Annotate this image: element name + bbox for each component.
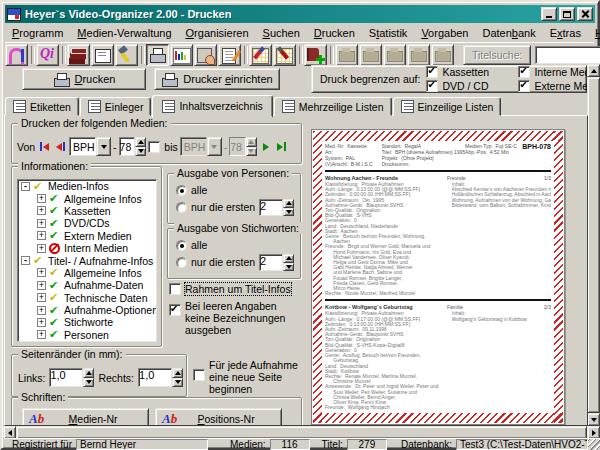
menu-item[interactable]: Extras	[543, 26, 588, 40]
personen-ersten-radio[interactable]: nur die ersten	[176, 201, 255, 213]
tree-item-intern-medien[interactable]: Intern Medien	[18, 242, 156, 254]
tree-state-icon[interactable]	[49, 329, 62, 340]
title-bar[interactable]: Heyer`s Video-Organizer 2.00 - Drucken	[5, 5, 595, 23]
tree-item-allgemeine-infos[interactable]: Allgemeine Infos	[18, 192, 156, 204]
menu-item[interactable]: Medien-Verwaltung	[70, 26, 178, 40]
checkbox-kassetten[interactable]: Kassetten	[426, 66, 514, 79]
media-archive-icon[interactable]	[67, 44, 90, 66]
personen-alle-radio[interactable]: alle	[176, 184, 207, 196]
menu-item[interactable]: Statistik	[362, 26, 415, 40]
dropdown-arrow-icon[interactable]	[96, 137, 111, 156]
tree-item-aufnahme-optionen[interactable]: Aufnahme-Optionen	[18, 304, 156, 316]
tree-state-icon[interactable]	[49, 292, 62, 303]
minimize-button[interactable]	[541, 7, 557, 21]
stichworte-alle-radio[interactable]: alle	[176, 239, 207, 251]
tree-state-icon[interactable]	[49, 280, 62, 291]
quick-info-icon[interactable]	[36, 44, 59, 66]
checkbox-icon[interactable]	[426, 66, 438, 78]
tab-mehrzeilige-listen[interactable]: Mehrzeilige Listen	[274, 97, 392, 116]
tree-expander-icon[interactable]	[37, 330, 46, 339]
tree-state-icon[interactable]	[49, 243, 62, 254]
database-add-icon[interactable]	[304, 44, 327, 66]
last-media-button[interactable]	[275, 140, 289, 153]
medien-nr-font-button[interactable]: Ab Medien-Nr	[22, 408, 149, 426]
checkbox-dvd-cd[interactable]: DVD / CD	[426, 80, 514, 93]
rahmen-checkbox[interactable]: Rahmen um Titel-Infos	[169, 283, 300, 295]
protocol-icon[interactable]	[218, 44, 241, 66]
tree-expander-icon[interactable]	[21, 256, 30, 265]
tree-item-kassetten[interactable]: Kassetten	[18, 205, 156, 217]
links-margin-spinner[interactable]: 1,0	[49, 368, 94, 387]
stichworte-ersten-radio[interactable]: nur die ersten	[176, 256, 255, 268]
tree-item-titel-aufnahme-infos[interactable]: Titel- / Aufnahme-Infos	[18, 254, 156, 266]
menu-item[interactable]: Suchen	[256, 26, 307, 40]
tree-item-personen[interactable]: Personen	[18, 329, 156, 341]
menu-item[interactable]: Organisieren	[179, 26, 256, 40]
next-media-button[interactable]	[259, 140, 273, 153]
neue-seite-checkbox[interactable]: Für jede Aufnahme eine neue Seite beginn…	[193, 359, 303, 395]
scroll-up-button[interactable]	[587, 64, 600, 77]
tree-state-icon[interactable]	[49, 193, 62, 204]
tree-state-icon[interactable]	[49, 230, 62, 241]
close-button[interactable]	[577, 7, 593, 21]
tab-einleger[interactable]: Einleger	[80, 97, 152, 116]
bis-checkbox[interactable]: bis	[148, 141, 177, 153]
from-number-spinner[interactable]: 78	[119, 137, 147, 156]
checkbox-icon[interactable]	[518, 66, 530, 78]
checkbox-icon[interactable]	[426, 80, 438, 92]
tree-expander-icon[interactable]	[37, 281, 46, 290]
menu-item[interactable]: Hilfe	[588, 26, 600, 40]
rechts-margin-spinner[interactable]: 1,0	[138, 368, 183, 387]
first-media-button[interactable]	[37, 140, 51, 153]
search-flashlight-icon[interactable]	[115, 44, 138, 66]
tree-state-icon[interactable]	[49, 305, 62, 316]
tree-expander-icon[interactable]	[37, 206, 46, 215]
menu-item[interactable]: Drucken	[307, 26, 362, 40]
options-icon[interactable]	[194, 44, 217, 66]
tree-expander-icon[interactable]	[37, 268, 46, 277]
label-designer-icon[interactable]	[249, 44, 272, 66]
tree-state-icon[interactable]	[33, 255, 46, 266]
tree-expander-icon[interactable]	[37, 306, 46, 315]
drucker-einrichten-button[interactable]: Drucker einrichten	[154, 68, 280, 90]
tab-inhaltsverzeichnis[interactable]: Inhaltsverzeichnis	[152, 95, 272, 118]
maximize-button[interactable]	[559, 7, 575, 21]
tree-item-dvd-cds[interactable]: DVD/CDs	[18, 217, 156, 229]
menu-item[interactable]: Vorgaben	[414, 26, 475, 40]
cover-designer-icon[interactable]	[273, 44, 296, 66]
tree-expander-icon[interactable]	[37, 231, 46, 240]
tree-expander-icon[interactable]	[37, 244, 46, 253]
tree-expander-icon[interactable]	[37, 318, 46, 327]
tree-expander-icon[interactable]	[37, 293, 46, 302]
tree-item-extern-medien[interactable]: Extern Medien	[18, 230, 156, 242]
tree-state-icon[interactable]	[49, 317, 62, 328]
positions-nr-font-button[interactable]: Ab Positions-Nr	[155, 408, 282, 426]
menu-item[interactable]: Programm	[5, 26, 70, 40]
tree-state-icon[interactable]	[49, 267, 62, 278]
checkbox-icon[interactable]	[518, 80, 530, 92]
previous-media-button[interactable]	[53, 140, 67, 153]
tab-einzeilige-listen[interactable]: Einzeilige Listen	[393, 97, 502, 116]
tree-state-icon[interactable]	[49, 218, 62, 229]
exit-icon[interactable]	[5, 44, 28, 66]
stichworte-count-spinner[interactable]: 2	[259, 254, 294, 271]
from-prefix-combobox[interactable]: BPH	[69, 137, 111, 156]
tree-item-allgemeine-infos-2[interactable]: Allgemeine Infos	[18, 267, 156, 279]
tree-expander-icon[interactable]	[37, 219, 46, 228]
tree-expander-icon[interactable]	[37, 194, 46, 203]
personen-count-spinner[interactable]: 2	[259, 199, 294, 216]
spin-up-icon[interactable]	[135, 137, 146, 147]
print-icon[interactable]	[146, 44, 169, 66]
leere-angaben-checkbox[interactable]: Bei leeren Angaben keine Bezeichnungen a…	[169, 300, 302, 336]
tree-state-icon[interactable]	[49, 205, 62, 216]
menu-item[interactable]: Datenbank	[475, 26, 542, 40]
vertical-scrollbar-thumb[interactable]	[587, 77, 600, 413]
tree-expander-icon[interactable]	[21, 182, 30, 191]
tree-item-medien-infos[interactable]: Medien-Infos	[18, 180, 156, 192]
vertical-scrollbar[interactable]	[587, 64, 600, 426]
tree-state-icon[interactable]	[33, 181, 46, 192]
title-search-input[interactable]	[535, 46, 600, 64]
spin-down-icon[interactable]	[135, 147, 146, 157]
tree-item-stichworte[interactable]: Stichworte	[18, 316, 156, 328]
index-cards-icon[interactable]	[91, 44, 114, 66]
